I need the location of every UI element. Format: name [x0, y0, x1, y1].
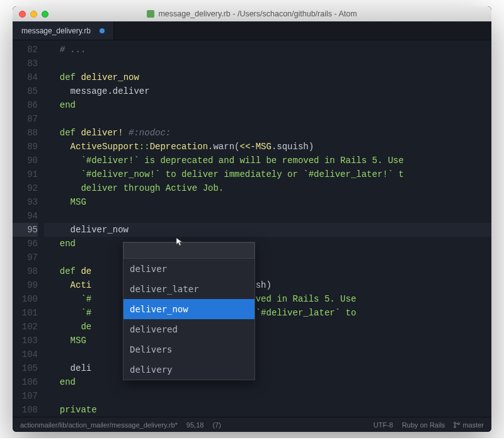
- code-line[interactable]: Acti n.warn(<<-MSG.squish): [44, 278, 491, 292]
- tab-modified-indicator[interactable]: [100, 28, 105, 33]
- line-number[interactable]: 107: [13, 389, 38, 403]
- line-number[interactable]: 93: [13, 195, 38, 209]
- code-line[interactable]: `#deliver!` is deprecated and will be re…: [44, 154, 491, 167]
- code-line[interactable]: def deliver! #:nodoc:: [44, 126, 491, 140]
- tab-filename: message_delivery.rb: [21, 26, 91, 35]
- code-line[interactable]: end: [44, 237, 491, 251]
- code-line[interactable]: [44, 251, 491, 264]
- svg-point-2: [458, 422, 460, 424]
- line-number[interactable]: 100: [13, 292, 38, 306]
- autocomplete-item[interactable]: delivery: [123, 359, 255, 380]
- line-number[interactable]: 94: [13, 209, 38, 223]
- autocomplete-input[interactable]: [123, 242, 255, 259]
- svg-point-1: [454, 426, 456, 427]
- autocomplete-item[interactable]: deliver_later: [123, 279, 255, 299]
- line-number[interactable]: 89: [13, 140, 38, 154]
- tab-message-delivery[interactable]: message_delivery.rb: [13, 21, 114, 40]
- line-number[interactable]: 103: [13, 334, 38, 348]
- line-number[interactable]: 95: [13, 223, 38, 237]
- code-line[interactable]: end: [44, 375, 491, 389]
- code-line[interactable]: MSG: [44, 195, 491, 209]
- line-number[interactable]: 83: [13, 57, 38, 71]
- line-number[interactable]: 108: [13, 403, 38, 417]
- window-controls: [19, 11, 49, 18]
- line-number[interactable]: 101: [13, 306, 38, 320]
- minimize-window-button[interactable]: [30, 11, 37, 18]
- atom-app-icon: [147, 10, 154, 18]
- status-file-path[interactable]: actionmailer/lib/action_mailer/message_d…: [20, 421, 178, 429]
- line-number[interactable]: 102: [13, 320, 38, 334]
- line-number[interactable]: 104: [13, 348, 38, 361]
- zoom-window-button[interactable]: [42, 11, 49, 18]
- line-number[interactable]: 85: [13, 84, 38, 98]
- autocomplete-list: deliverdeliver_laterdeliver_nowdelivered…: [123, 259, 255, 380]
- code-line[interactable]: private: [44, 403, 491, 417]
- code-line[interactable]: [44, 112, 491, 126]
- svg-point-0: [454, 422, 456, 424]
- code-line[interactable]: `# d and will be removed in Rails 5. Use: [44, 292, 491, 306]
- git-branch-icon: [454, 422, 460, 428]
- status-cursor-position[interactable]: 95,18: [186, 421, 204, 429]
- line-number[interactable]: 98: [13, 264, 38, 278]
- code-line[interactable]: def de: [44, 264, 491, 278]
- line-number[interactable]: 91: [13, 167, 38, 181]
- code-line[interactable]: MSG: [44, 334, 491, 348]
- code-line[interactable]: [44, 348, 491, 361]
- code-line[interactable]: [44, 389, 491, 403]
- line-number[interactable]: 106: [13, 375, 38, 389]
- line-number[interactable]: 90: [13, 154, 38, 167]
- line-number[interactable]: 92: [13, 181, 38, 195]
- code-line[interactable]: end: [44, 98, 491, 112]
- code-line[interactable]: message.deliver: [44, 84, 491, 98]
- code-line[interactable]: `#deliver_now!` to deliver immediately o…: [44, 167, 491, 181]
- autocomplete-item[interactable]: deliver: [123, 259, 255, 279]
- code-line[interactable]: def deliver_now: [44, 71, 491, 84]
- line-number[interactable]: 87: [13, 112, 38, 126]
- code-area[interactable]: # ... def deliver_now message.deliver en…: [44, 40, 491, 417]
- line-number[interactable]: 84: [13, 71, 38, 84]
- autocomplete-item[interactable]: Delivers: [123, 339, 255, 359]
- window-title-text: message_delivery.rb - /Users/schacon/git…: [158, 9, 357, 18]
- line-number[interactable]: 99: [13, 278, 38, 292]
- autocomplete-item[interactable]: deliver_now: [123, 299, 255, 319]
- code-line[interactable]: `# er immediately or `#deliver_later` to: [44, 306, 491, 320]
- line-number-gutter[interactable]: 8283848586878889909192939495969798991001…: [13, 40, 44, 417]
- line-number[interactable]: 86: [13, 98, 38, 112]
- autocomplete-popup: deliverdeliver_laterdeliver_nowdelivered…: [123, 242, 255, 380]
- git-branch-name: master: [462, 421, 484, 429]
- code-editor[interactable]: 8283848586878889909192939495969798991001…: [13, 40, 491, 417]
- code-line[interactable]: ActiveSupport::Deprecation.warn(<<-MSG.s…: [44, 140, 491, 154]
- code-line[interactable]: deli: [44, 361, 491, 375]
- status-bar: actionmailer/lib/action_mailer/message_d…: [13, 417, 491, 432]
- editor-window: message_delivery.rb - /Users/schacon/git…: [13, 6, 491, 432]
- status-encoding[interactable]: UTF-8: [374, 421, 393, 429]
- line-number[interactable]: 97: [13, 251, 38, 264]
- window-title: message_delivery.rb - /Users/schacon/git…: [19, 9, 485, 18]
- code-line[interactable]: [44, 209, 491, 223]
- code-line[interactable]: de Job.: [44, 320, 491, 334]
- status-grammar[interactable]: Ruby on Rails: [402, 421, 445, 429]
- line-number[interactable]: 96: [13, 237, 38, 251]
- code-line[interactable]: deliver_now: [44, 223, 491, 237]
- line-number[interactable]: 88: [13, 126, 38, 140]
- code-line[interactable]: deliver through Active Job.: [44, 181, 491, 195]
- line-number[interactable]: 82: [13, 43, 38, 57]
- tab-bar: message_delivery.rb: [13, 21, 491, 40]
- autocomplete-item[interactable]: delivered: [123, 319, 255, 339]
- status-selection-count: (7): [212, 421, 220, 429]
- line-number[interactable]: 105: [13, 361, 38, 375]
- code-line[interactable]: # ...: [44, 43, 491, 57]
- titlebar[interactable]: message_delivery.rb - /Users/schacon/git…: [13, 6, 491, 21]
- close-window-button[interactable]: [19, 11, 26, 18]
- status-git-branch[interactable]: master: [454, 421, 484, 429]
- code-line[interactable]: [44, 57, 491, 71]
